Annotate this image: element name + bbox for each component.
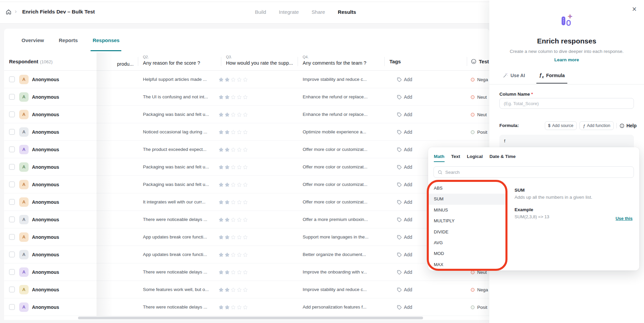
table-row[interactable]: AAnonymousThe UI is confusing and not in… xyxy=(4,88,489,106)
panel-tab-label: Formula xyxy=(546,73,565,78)
search-input[interactable] xyxy=(445,170,630,175)
row-checkbox[interactable] xyxy=(9,182,15,187)
category-tab-math[interactable]: Math xyxy=(434,154,445,159)
function-item-sum[interactable]: SUM xyxy=(428,194,507,204)
q2-answer: It integrates well with our curr... xyxy=(143,193,218,211)
breadcrumb-chevron-icon: › xyxy=(15,0,17,23)
avatar: A xyxy=(19,75,29,84)
table-row[interactable]: AAnonymousThe product exceeded expect...… xyxy=(4,141,489,158)
table-row[interactable]: AAnonymousIt integrates well with our cu… xyxy=(4,193,489,211)
enrich-responses-icon xyxy=(560,13,573,28)
row-checkbox[interactable] xyxy=(9,147,15,152)
function-item-divide[interactable]: DIVIDE xyxy=(428,227,507,237)
sentiment-label: Neut xyxy=(477,95,487,100)
add-tag-button[interactable]: Add xyxy=(397,88,412,106)
table-row[interactable]: AAnonymousNoticed occasional lag during … xyxy=(4,123,489,141)
formula-actions: $ Add source ƒ Add function Help xyxy=(545,121,637,130)
q4-answer: Support more languages in the... xyxy=(303,228,385,246)
row-checkbox[interactable] xyxy=(9,129,15,135)
respondent-name: Anonymous xyxy=(32,193,59,211)
row-checkbox[interactable] xyxy=(9,164,15,170)
row-checkbox[interactable] xyxy=(9,252,15,257)
add-tag-button[interactable]: Add xyxy=(397,176,412,193)
table-row[interactable]: AAnonymousApp updates break core functi.… xyxy=(4,246,489,263)
table-row[interactable]: AAnonymousThere were noticeable delays .… xyxy=(4,263,489,281)
add-tag-button[interactable]: Add xyxy=(397,71,412,88)
nav-item-integrate[interactable]: Integrate xyxy=(279,9,299,15)
screen: › Enrich Fields Dev – Bulk Test BuildInt… xyxy=(0,0,644,323)
add-tag-button[interactable]: Add xyxy=(397,123,412,141)
function-item-multiply[interactable]: MULTIPLY xyxy=(428,216,507,226)
star-rating xyxy=(219,147,248,152)
add-tag-button[interactable]: Add xyxy=(397,106,412,123)
row-checkbox[interactable] xyxy=(9,287,15,292)
home-icon[interactable] xyxy=(5,9,12,15)
row-checkbox[interactable] xyxy=(9,304,15,310)
category-tab-date-time[interactable]: Date & Time xyxy=(490,154,516,159)
category-tab-logical[interactable]: Logical xyxy=(467,154,483,159)
avatar: A xyxy=(19,110,29,119)
sentiment-badge: Nega xyxy=(471,281,488,298)
add-tag-button[interactable]: Add xyxy=(397,141,412,158)
row-checkbox[interactable] xyxy=(9,269,15,275)
help-button[interactable]: Help xyxy=(619,123,637,128)
add-tag-button[interactable]: Add xyxy=(397,211,412,228)
column-name-input[interactable] xyxy=(499,98,634,109)
nav-item-build[interactable]: Build xyxy=(255,9,266,15)
add-tag-button[interactable]: Add xyxy=(397,228,412,246)
tab-responses[interactable]: Responses xyxy=(92,29,119,52)
category-tab-text[interactable]: Text xyxy=(451,154,460,159)
table-row[interactable]: AAnonymousPackaging was basic and felt u… xyxy=(4,158,489,176)
row-checkbox[interactable] xyxy=(9,94,15,100)
horizontal-scrollbar[interactable] xyxy=(78,317,423,319)
add-tag-button[interactable]: Add xyxy=(397,298,412,316)
use-this-link[interactable]: Use this xyxy=(615,216,633,221)
function-item-avg[interactable]: AVG xyxy=(428,237,507,248)
star-rating xyxy=(219,95,248,100)
add-tag-button[interactable]: Add xyxy=(397,193,412,211)
table-header: Respondent(1062) produ... Tags Test Q2.A… xyxy=(4,52,489,71)
row-checkbox[interactable] xyxy=(9,111,15,117)
table-row[interactable]: AAnonymousHelpful support articles made … xyxy=(4,71,489,88)
table-row[interactable]: AAnonymousThere were noticeable delays .… xyxy=(4,211,489,228)
add-tag-label: Add xyxy=(404,182,412,187)
column-header-q4: Q4.Any comments for the team ? xyxy=(303,55,366,66)
function-item-minus[interactable]: MINUS xyxy=(428,205,507,216)
function-item-max[interactable]: MAX xyxy=(428,259,507,270)
star-rating xyxy=(219,165,248,170)
table-row[interactable]: AAnonymousPackaging was basic and felt u… xyxy=(4,176,489,193)
table-row[interactable]: AAnonymousPackaging was basic and felt u… xyxy=(4,106,489,123)
add-tag-button[interactable]: Add xyxy=(397,281,412,298)
row-checkbox[interactable] xyxy=(9,76,15,82)
table-row[interactable]: AAnonymousThere were noticeable delays .… xyxy=(4,298,489,316)
panel-tab-formula[interactable]: ƒxFormula xyxy=(539,72,565,84)
row-checkbox[interactable] xyxy=(9,234,15,240)
table-row[interactable]: AAnonymousApp updates break core functi.… xyxy=(4,228,489,246)
learn-more-link[interactable]: Learn more xyxy=(489,57,644,62)
column-divider xyxy=(298,57,298,66)
tab-overview[interactable]: Overview xyxy=(22,29,44,52)
add-tag-button[interactable]: Add xyxy=(397,263,412,281)
respondent-count: (1062) xyxy=(40,59,53,64)
add-function-button[interactable]: ƒ Add function xyxy=(579,121,614,130)
panel-tabs: Use AIƒxFormula xyxy=(503,72,565,84)
function-item-abs[interactable]: ABS xyxy=(428,183,507,194)
add-tag-button[interactable]: Add xyxy=(397,158,412,176)
nav-item-results[interactable]: Results xyxy=(338,9,356,15)
q2-answer: There were noticeable delays ... xyxy=(143,263,218,281)
add-tag-label: Add xyxy=(404,94,412,100)
panel-tab-use-ai[interactable]: Use AI xyxy=(503,72,525,84)
add-tag-button[interactable]: Add xyxy=(397,246,412,263)
row-checkbox[interactable] xyxy=(9,199,15,205)
add-source-button[interactable]: $ Add source xyxy=(545,121,577,130)
sentiment-badge: Nega xyxy=(471,71,488,88)
table-row[interactable]: AAnonymousSome features work well, but o… xyxy=(4,281,489,298)
close-icon[interactable]: × xyxy=(632,5,637,13)
function-item-mod[interactable]: MOD xyxy=(428,248,507,259)
tab-reports[interactable]: Reports xyxy=(59,29,78,52)
row-checkbox[interactable] xyxy=(9,217,15,222)
function-search[interactable] xyxy=(433,166,634,178)
nav-item-share[interactable]: Share xyxy=(312,9,325,15)
sentiment-dot xyxy=(471,78,475,82)
q2-answer: App updates break core functi... xyxy=(143,228,218,246)
